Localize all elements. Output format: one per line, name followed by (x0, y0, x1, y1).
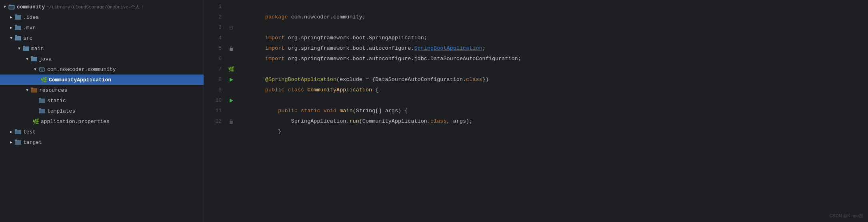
token-class-kw2: class (288, 87, 308, 93)
svg-rect-10 (23, 46, 25, 47)
token-brace-open: { (375, 87, 378, 93)
line-num-6: 6 (204, 54, 222, 64)
svg-rect-8 (15, 35, 17, 37)
main-arrow: ▼ (16, 45, 22, 52)
idea-arrow: ▶ (8, 14, 14, 20)
svg-rect-4 (15, 14, 17, 16)
token-static-kw: static (301, 108, 324, 114)
gutter: 🌿 (226, 2, 236, 222)
resources-folder-icon (30, 87, 38, 94)
token-package-name: com.nowcoder.community; (291, 14, 366, 20)
test-label: test (23, 129, 36, 135)
line-num-7: 7 (204, 64, 222, 75)
token-class-kw3: class (430, 118, 447, 124)
templates-label: templates (47, 108, 75, 114)
token-indent2: SpringApplication. (265, 118, 350, 124)
code-line-10: public static void main(String[] args) { (239, 95, 868, 106)
line-numbers: 1 2 3 4 5 6 7 8 9 10 11 12 (204, 2, 226, 222)
tree-item-templates[interactable]: ▶ templates (0, 106, 204, 116)
gutter-lock-icon-line5 (227, 43, 235, 54)
tree-item-src[interactable]: ▼ src (0, 33, 204, 43)
root-folder-icon (8, 3, 15, 10)
tree-item-java[interactable]: ▼ java (0, 54, 204, 64)
java-arrow: ▼ (24, 56, 30, 62)
svg-rect-30 (230, 121, 233, 124)
tree-item-community-application[interactable]: 🌿 CommunityApplication (0, 75, 204, 85)
main-folder-icon (22, 45, 30, 52)
svg-rect-6 (15, 25, 17, 26)
token-closing-brace: } (265, 129, 282, 135)
svg-rect-27 (230, 48, 233, 51)
gutter-run-icon-line8[interactable] (227, 75, 235, 85)
target-label: target (23, 139, 42, 145)
test-arrow: ▶ (8, 129, 14, 135)
line-num-8: 8 (204, 75, 222, 85)
svg-rect-20 (39, 108, 41, 110)
token-import2-cls[interactable]: SpringBootApplication (414, 45, 482, 51)
line-num-10: 10 (204, 95, 222, 106)
app-properties-label: application.properties (41, 119, 110, 125)
resources-label: resources (39, 87, 67, 93)
code-content: 1 2 3 4 5 6 7 8 9 10 11 12 🌿 (204, 0, 868, 222)
token-import3-val: org.springframework.boot.autoconfigure.j… (288, 56, 521, 62)
tree-item-app-properties[interactable]: 🌿 application.properties (0, 116, 204, 127)
package-arrow: ▼ (32, 66, 38, 73)
code-line-1: package com.nowcoder.community; (239, 2, 868, 12)
token-import1-val: org.springframework.boot.SpringApplicati… (288, 35, 427, 41)
tree-item-target[interactable]: ▶ target (0, 137, 204, 147)
tree-root[interactable]: ▼ community ~/Library/CloudStorage/OneDr… (0, 2, 204, 12)
package-icon (38, 66, 46, 73)
token-import3-kw: import (265, 56, 288, 62)
root-path: ~/Library/CloudStorage/OneDrive-个人 (46, 4, 140, 10)
svg-rect-18 (39, 98, 41, 99)
code-editor-panel: 1 2 3 4 5 6 7 8 9 10 11 12 🌿 (204, 0, 868, 222)
token-ann-close: }) (482, 77, 489, 83)
src-arrow: ▼ (8, 35, 14, 41)
svg-rect-28 (230, 26, 232, 29)
tree-item-static[interactable]: ▶ static (0, 95, 204, 106)
gutter-spring-icon: 🌿 (227, 64, 235, 75)
svg-rect-24 (15, 139, 17, 141)
tree-item-package[interactable]: ▼ com.nowcoder.community (0, 64, 204, 75)
token-run-params: (CommunityApplication. (359, 118, 430, 124)
gutter-run-icon-line10[interactable] (227, 95, 235, 106)
svg-rect-2 (9, 4, 11, 6)
tree-item-test[interactable]: ▶ test (0, 127, 204, 137)
token-class-kw: class (466, 77, 482, 83)
line-num-2: 2 (204, 12, 222, 22)
spring-properties-icon: 🌿 (32, 118, 39, 125)
tree-item-mvn[interactable]: ▶ .mvn (0, 22, 204, 33)
svg-rect-12 (31, 56, 33, 58)
token-main-method: main (340, 108, 352, 114)
token-void-kw: void (324, 108, 340, 114)
token-ann: @SpringBootApplication (265, 77, 336, 83)
main-label: main (31, 46, 44, 52)
token-package-kw: package (265, 14, 291, 20)
tree-item-resources[interactable]: ▼ resources (0, 85, 204, 95)
token-import2-pkg: org.springframework.boot.autoconfigure. (288, 45, 414, 51)
static-label: static (47, 98, 66, 104)
line-num-5: 5 (204, 43, 222, 54)
line-num-9: 9 (204, 85, 222, 95)
src-folder-icon (14, 34, 22, 42)
code-lines-container: package com.nowcoder.community; import o… (236, 2, 868, 222)
mvn-arrow: ▶ (8, 24, 14, 31)
tree-item-idea[interactable]: ▶ .idea (0, 12, 204, 22)
tree-item-main[interactable]: ▼ main (0, 43, 204, 54)
token-ann-params: (exclude = {DataSourceAutoConfiguration. (336, 77, 466, 83)
token-run-method: run (349, 118, 359, 124)
spring-class-icon: 🌿 (40, 76, 47, 83)
mvn-label: .mvn (23, 25, 36, 31)
target-arrow: ▶ (8, 139, 14, 145)
svg-marker-25 (230, 78, 233, 82)
idea-label: .idea (23, 14, 39, 20)
watermark: CSDN @Kinno赵 (829, 213, 863, 219)
token-run-args: , args); (447, 118, 473, 124)
mvn-folder-icon (14, 24, 22, 31)
token-import2-semi: ; (482, 45, 486, 51)
java-folder-icon (30, 55, 38, 63)
svg-rect-22 (15, 129, 17, 131)
token-public-kw: public (265, 87, 288, 93)
svg-point-14 (41, 69, 43, 71)
token-main-params: (String[] args) { (353, 108, 408, 114)
